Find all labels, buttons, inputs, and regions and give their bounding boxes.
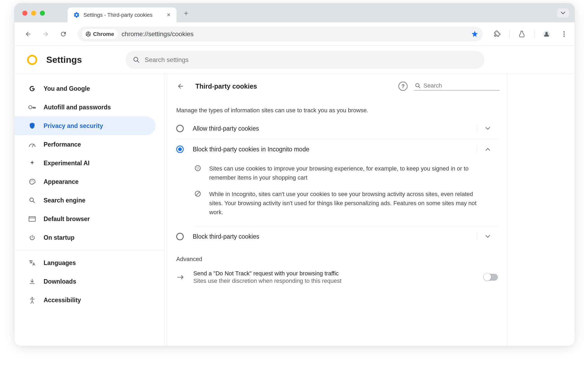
close-tab-button[interactable]: ✕ (166, 11, 172, 19)
svg-point-22 (196, 167, 197, 168)
svg-point-1 (87, 33, 89, 35)
kebab-menu-button[interactable] (559, 29, 569, 39)
chevron-down-icon (485, 127, 490, 130)
search-icon (415, 83, 421, 89)
svg-point-23 (198, 167, 199, 168)
collapse-button[interactable] (477, 146, 498, 153)
close-window-button[interactable] (22, 11, 27, 16)
sidebar-item-privacy[interactable]: Privacy and security (14, 117, 156, 135)
svg-line-10 (32, 144, 34, 147)
maximize-window-button[interactable] (40, 11, 45, 16)
sidebar-item-autofill[interactable]: Autofill and passwords (14, 98, 156, 117)
option-label: Block third-party cookies in Incognito m… (193, 146, 477, 153)
minimize-window-button[interactable] (31, 11, 36, 16)
svg-point-5 (564, 33, 565, 35)
sidebar-divider (14, 250, 164, 250)
option-block-third-party[interactable]: Block third-party cookies (167, 226, 507, 247)
sidebar-item-on-startup[interactable]: On startup (14, 228, 156, 247)
app-title: Settings (46, 55, 82, 65)
sparkle-icon (28, 159, 36, 167)
browser-tab[interactable]: Settings - Third-party cookies ✕ (68, 7, 177, 22)
option-allow-third-party[interactable]: Allow third-party cookies (167, 118, 507, 139)
shield-icon (28, 122, 36, 130)
sidebar-item-experimental-ai[interactable]: Experimental AI (14, 154, 156, 172)
section-advanced-label: Advanced (167, 247, 507, 264)
extensions-button[interactable] (492, 29, 502, 39)
search-settings-field[interactable] (125, 51, 484, 69)
settings-header: Settings (14, 46, 575, 74)
expand-button[interactable] (477, 233, 498, 240)
new-tab-button[interactable]: ＋ (182, 8, 190, 18)
page-search-input[interactable] (423, 82, 498, 89)
svg-point-24 (197, 169, 198, 169)
do-not-track-toggle[interactable] (484, 274, 498, 281)
expand-button[interactable] (477, 125, 498, 132)
detail-text: While in Incognito, sites can't use your… (209, 190, 487, 217)
accessibility-icon (28, 296, 36, 304)
chevron-down-icon (485, 235, 490, 238)
sidebar: You and Google Autofill and passwords Pr… (14, 74, 164, 346)
option-label: Block third-party cookies (193, 233, 477, 240)
sidebar-item-default-browser[interactable]: Default browser (14, 210, 156, 228)
svg-point-9 (29, 106, 32, 109)
sidebar-item-label: Search engine (44, 197, 85, 204)
separator (509, 30, 510, 38)
search-icon (28, 196, 36, 204)
toggle-knob-icon (483, 273, 491, 281)
content-panel: Third-party cookies ? Manage the types o… (167, 74, 507, 346)
omnibox[interactable]: Chrome chrome://settings/cookies (78, 27, 483, 42)
tab-strip: Settings - Third-party cookies ✕ ＋ (14, 3, 575, 22)
svg-line-15 (33, 201, 35, 203)
sidebar-item-accessibility[interactable]: Accessibility (14, 291, 156, 309)
reload-button[interactable] (58, 29, 69, 39)
forward-button[interactable] (40, 29, 51, 39)
back-to-privacy-button[interactable] (175, 81, 186, 92)
window-icon (28, 215, 36, 223)
detail-text: Sites can use cookies to improve your br… (209, 164, 487, 182)
cookie-icon (194, 164, 202, 182)
radio-unchecked-icon[interactable] (176, 125, 184, 132)
speedometer-icon (28, 140, 36, 148)
help-button[interactable]: ? (398, 82, 408, 91)
key-icon (28, 103, 36, 111)
sidebar-item-languages[interactable]: Languages (14, 254, 156, 272)
option-details: Sites can use cookies to improve your br… (167, 159, 507, 222)
sidebar-item-label: Privacy and security (44, 122, 103, 130)
labs-button[interactable] (516, 29, 527, 39)
svg-point-25 (198, 168, 199, 169)
translate-icon (28, 259, 36, 267)
sidebar-item-label: Accessibility (44, 297, 81, 304)
radio-checked-icon[interactable] (176, 146, 184, 153)
radio-unchecked-icon[interactable] (176, 233, 184, 240)
url-text: chrome://settings/cookies (121, 30, 467, 38)
svg-line-27 (196, 192, 200, 196)
sidebar-item-you-and-google[interactable]: You and Google (14, 79, 156, 98)
chrome-logo-icon (27, 55, 37, 65)
tab-overflow-button[interactable] (557, 9, 569, 18)
search-in-page[interactable] (414, 82, 499, 90)
google-g-icon (28, 85, 36, 93)
sidebar-item-label: Autofill and passwords (44, 104, 111, 111)
sidebar-item-downloads[interactable]: Downloads (14, 272, 156, 291)
chrome-icon (86, 31, 91, 37)
sidebar-item-label: Appearance (44, 178, 79, 185)
site-chip[interactable]: Chrome (82, 29, 118, 39)
search-icon (133, 56, 140, 63)
search-settings-input[interactable] (145, 56, 477, 64)
sidebar-item-search-engine[interactable]: Search engine (14, 191, 156, 210)
sidebar-item-performance[interactable]: Performance (14, 135, 156, 154)
power-icon (28, 234, 36, 242)
do-not-track-row[interactable]: Send a "Do Not Track" request with your … (167, 264, 507, 284)
advanced-row-subtitle: Sites use their discretion when respondi… (193, 277, 342, 284)
svg-point-21 (195, 165, 200, 171)
back-button[interactable] (23, 29, 33, 39)
advanced-row-title: Send a "Do Not Track" request with your … (193, 270, 342, 277)
profile-button[interactable] (541, 29, 552, 39)
sidebar-item-appearance[interactable]: Appearance (14, 172, 156, 191)
sidebar-item-label: On startup (44, 234, 74, 241)
option-block-incognito[interactable]: Block third-party cookies in Incognito m… (167, 139, 507, 159)
sidebar-item-label: You and Google (44, 85, 90, 92)
bookmark-star-icon[interactable] (471, 30, 478, 38)
sidebar-item-label: Experimental AI (44, 160, 90, 167)
option-label: Allow third-party cookies (193, 125, 477, 132)
